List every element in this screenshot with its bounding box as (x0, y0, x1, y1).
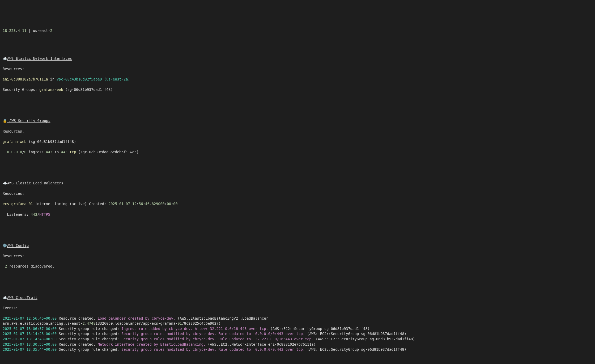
sg-name-line: grafana-web (sg-06d81b937dad1ff48) (3, 139, 592, 145)
section-cloudtrail-header: ☁️AWS CloudTrail (3, 295, 592, 300)
sg-resources-label: Resources: (3, 129, 592, 134)
cloudtrail-event: 2025-01-07 12:56:46+00:00 Resource creat… (3, 316, 592, 321)
section-config-header: ⚙️AWS Config (3, 243, 592, 248)
header-line: 18.223.4.11 | us-east-2 (3, 28, 592, 33)
cloudtrail-event: arn:aws:elasticloadbalancing:us-east-2:4… (3, 321, 592, 326)
section-elb-header: ☁️AWS Elastic Load Balancers (3, 181, 592, 186)
elb-line: ecs-grafana-01 internet-facing (active) … (3, 201, 592, 207)
section-sg-header: 🔒 AWS Security Groups (3, 118, 592, 124)
cloudtrail-event: 2025-01-07 13:30:55+00:00 Resource creat… (3, 342, 592, 347)
sg-rule-line: 0.0.0.0/0 ingress 443 to 443 tcp (sgr-0c… (3, 150, 592, 155)
config-resources-label: Resources: (3, 253, 592, 259)
eni-resources-label: Resources: (3, 66, 592, 72)
eni-resource-line: eni-0c888102e7b76111a in vpc-08c43b16d92… (3, 77, 592, 82)
eni-sg-line: Security Groups: grafana-web (sg-06d81b9… (3, 87, 592, 92)
cloudtrail-event: 2025-01-07 13:35:44+00:00 Security group… (3, 347, 592, 352)
section-eni-header: ☁️AWS Elastic Network Interfaces (3, 56, 592, 61)
config-count-line: 2 resources discovered. (3, 264, 592, 269)
cloudtrail-event: 2025-01-07 13:14:28+00:00 Security group… (3, 331, 592, 337)
cloud-icon: ☁️ (3, 56, 7, 61)
lock-icon: 🔒 (3, 118, 7, 123)
cloud-icon: ☁️ (3, 295, 7, 300)
cloudtrail-event: 2025-01-07 13:14:48+00:00 Security group… (3, 337, 592, 342)
cloud-icon: ☁️ (3, 181, 7, 185)
cloudtrail-events-label: Events: (3, 306, 592, 311)
elb-resources-label: Resources: (3, 191, 592, 196)
cloudtrail-event: 2025-01-07 13:06:37+00:00 Security group… (3, 326, 592, 332)
gear-icon: ⚙️ (3, 243, 7, 248)
header-divider (3, 39, 592, 39)
elb-listeners-line: Listeners: 443/HTTPS (3, 212, 592, 217)
